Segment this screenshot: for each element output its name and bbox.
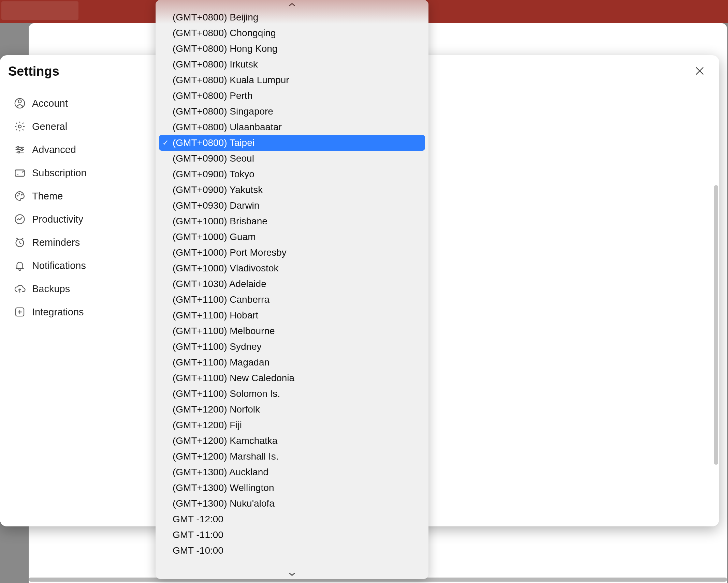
sidebar-item-integrations[interactable]: Integrations (10, 300, 142, 324)
close-button[interactable] (694, 65, 705, 78)
timezone-option[interactable]: (GMT+0930) Darwin (159, 198, 425, 213)
timezone-option[interactable]: (GMT+0800) Kuala Lumpur (159, 72, 425, 88)
sidebar-item-label: Integrations (32, 307, 84, 318)
timezone-option[interactable]: (GMT+1300) Nuku'alofa (159, 496, 425, 511)
svg-point-8 (17, 195, 18, 196)
timezone-option[interactable]: (GMT+1000) Vladivostok (159, 260, 425, 276)
sidebar-item-general[interactable]: General (10, 115, 142, 138)
timezone-option[interactable]: (GMT+1000) Brisbane (159, 213, 425, 229)
svg-point-10 (21, 194, 22, 195)
sliders-icon (14, 144, 26, 156)
bell-icon (14, 259, 26, 272)
palette-icon (14, 190, 26, 202)
sidebar-item-label: Productivity (32, 214, 83, 225)
card-icon (14, 167, 26, 179)
timezone-option[interactable]: GMT -11:00 (159, 527, 425, 543)
sidebar-item-notifications[interactable]: Notifications (10, 254, 142, 277)
svg-point-1 (18, 100, 21, 103)
timezone-option[interactable]: (GMT+0800) Singapore (159, 104, 425, 119)
svg-point-6 (18, 151, 20, 153)
timezone-option[interactable]: (GMT+1200) Marshall Is. (159, 449, 425, 464)
chart-icon (14, 213, 26, 225)
cloud-up-icon (14, 283, 26, 295)
timezone-option[interactable]: (GMT+1000) Guam (159, 229, 425, 245)
timezone-option[interactable]: (GMT+1100) Sydney (159, 339, 425, 355)
sidebar-item-label: Subscription (32, 167, 87, 179)
sidebar-item-label: Account (32, 98, 68, 109)
svg-point-4 (17, 146, 19, 148)
sidebar-item-label: Theme (32, 191, 63, 202)
account-icon (14, 97, 26, 109)
dropdown-scroll-down[interactable] (156, 569, 428, 579)
timezone-option[interactable]: GMT -10:00 (159, 543, 425, 558)
sidebar-item-reminders[interactable]: Reminders (10, 231, 142, 254)
plus-box-icon (14, 306, 26, 318)
settings-sidebar: Account General Advanced Subscription (0, 83, 149, 526)
sidebar-item-advanced[interactable]: Advanced (10, 138, 142, 161)
timezone-option[interactable]: (GMT+1200) Fiji (159, 417, 425, 433)
timezone-option[interactable]: (GMT+0800) Hong Kong (159, 41, 425, 57)
timezone-option[interactable]: (GMT+0900) Seoul (159, 151, 425, 166)
timezone-option[interactable]: (GMT+0800) Perth (159, 88, 425, 104)
modal-title: Settings (8, 64, 59, 79)
timezone-dropdown: (GMT+0800) Beijing(GMT+0800) Chongqing(G… (156, 0, 428, 579)
timezone-option[interactable]: (GMT+0800) Taipei (159, 135, 425, 151)
svg-point-3 (18, 125, 21, 128)
svg-rect-7 (15, 170, 25, 176)
timezone-option-list: (GMT+0800) Beijing(GMT+0800) Chongqing(G… (156, 10, 428, 569)
sidebar-item-label: Reminders (32, 237, 80, 248)
timezone-option[interactable]: (GMT+1200) Kamchatka (159, 433, 425, 449)
timezone-option[interactable]: GMT -12:00 (159, 511, 425, 527)
sidebar-item-theme[interactable]: Theme (10, 184, 142, 208)
sidebar-item-label: General (32, 121, 67, 132)
timezone-option[interactable]: (GMT+1200) Norfolk (159, 402, 425, 417)
timezone-option[interactable]: (GMT+1030) Adelaide (159, 276, 425, 292)
sidebar-item-label: Notifications (32, 260, 86, 271)
sidebar-item-account[interactable]: Account (10, 92, 142, 115)
sidebar-item-label: Backups (32, 283, 70, 295)
timezone-option[interactable]: (GMT+1100) Melbourne (159, 323, 425, 339)
timezone-option[interactable]: (GMT+1300) Auckland (159, 464, 425, 480)
sidebar-item-subscription[interactable]: Subscription (10, 161, 142, 184)
timezone-option[interactable]: (GMT+1000) Port Moresby (159, 245, 425, 260)
sidebar-item-label: Advanced (32, 144, 76, 155)
gear-icon (14, 120, 26, 133)
sidebar-item-backups[interactable]: Backups (10, 277, 142, 300)
timezone-option[interactable]: (GMT+0800) Beijing (159, 10, 425, 25)
svg-point-5 (21, 149, 23, 151)
timezone-option[interactable]: (GMT+1100) New Caledonia (159, 370, 425, 386)
timezone-option[interactable]: (GMT+0800) Chongqing (159, 25, 425, 41)
timezone-option[interactable]: (GMT+1300) Wellington (159, 480, 425, 496)
timezone-option[interactable]: (GMT+0900) Tokyo (159, 166, 425, 182)
timezone-option[interactable]: (GMT+1100) Hobart (159, 308, 425, 323)
dropdown-scroll-up[interactable] (156, 0, 428, 10)
timezone-option[interactable]: (GMT+1100) Canberra (159, 292, 425, 308)
timezone-option[interactable]: (GMT+0800) Irkutsk (159, 57, 425, 72)
timezone-option[interactable]: (GMT+0800) Ulaanbaatar (159, 119, 425, 135)
clock-icon (14, 236, 26, 249)
content-scrollbar[interactable] (714, 185, 718, 465)
timezone-option[interactable]: (GMT+1100) Solomon Is. (159, 386, 425, 402)
svg-point-9 (19, 193, 20, 194)
sidebar-item-productivity[interactable]: Productivity (10, 208, 142, 231)
timezone-option[interactable]: (GMT+0900) Yakutsk (159, 182, 425, 198)
timezone-option[interactable]: (GMT+1100) Magadan (159, 355, 425, 370)
top-bar-active-tab[interactable] (1, 1, 78, 20)
